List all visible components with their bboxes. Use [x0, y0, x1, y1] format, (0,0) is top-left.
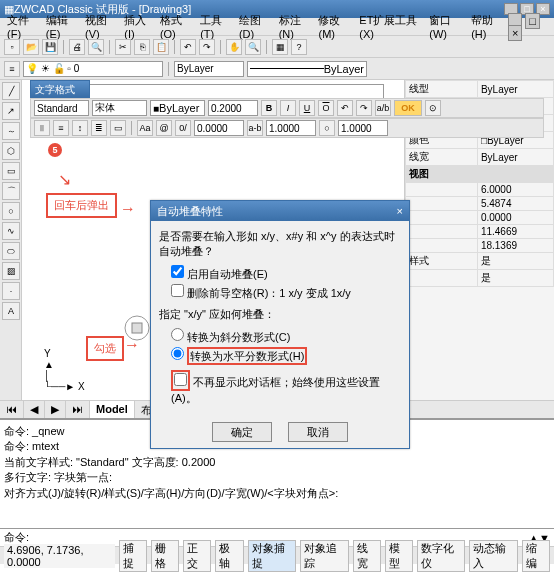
print-icon[interactable]: 🖨 [69, 39, 85, 55]
preview-icon[interactable]: 🔍 [88, 39, 104, 55]
ray-icon[interactable]: ↗ [2, 102, 20, 120]
hatch-icon[interactable]: ▨ [2, 262, 20, 280]
paste-icon[interactable]: 📋 [153, 39, 169, 55]
field-icon[interactable]: ▭ [110, 120, 126, 136]
layer-dropdown[interactable]: 💡 ☀ 🔓 ▫ 0 [23, 61, 163, 77]
undo2-icon[interactable]: ↶ [337, 100, 353, 116]
checkbox-dontshow[interactable]: 不再显示此对话框；始终使用这些设置(A)。 [171, 370, 401, 406]
italic-button[interactable]: I [280, 100, 296, 116]
doc-close[interactable]: × [508, 25, 522, 41]
status-polar[interactable]: 极轴 [215, 540, 243, 572]
linetype-dropdown[interactable]: ByLayer [247, 61, 367, 77]
menubar: 文件(F) 编辑(E) 视图(V) 插入(I) 格式(O) 工具(T) 绘图(D… [0, 18, 554, 36]
menu-view[interactable]: 视图(V) [82, 12, 119, 41]
coords-display: 4.6906, 7.1736, 0.0000 [4, 544, 115, 568]
status-otrack[interactable]: 对象追踪 [300, 540, 348, 572]
menu-window[interactable]: 窗口(W) [426, 12, 466, 41]
tracking-input[interactable]: 1.0000 [266, 120, 316, 136]
copy-icon[interactable]: ⎘ [134, 39, 150, 55]
checkbox-trim[interactable]: 删除前导空格(R)：1 x/y 变成 1x/y [171, 284, 401, 301]
save-icon[interactable]: 💾 [42, 39, 58, 55]
radio-diagonal[interactable]: 转换为斜分数形式(C) [171, 328, 401, 345]
linespacing-icon[interactable]: ↕ [72, 120, 88, 136]
nav-first-icon[interactable]: ⏮ [0, 401, 24, 418]
menu-dim[interactable]: 标注(N) [276, 12, 314, 41]
pline-icon[interactable]: ～ [2, 122, 20, 140]
color-dropdown[interactable]: ByLayer [174, 61, 244, 77]
ok-button[interactable]: OK [394, 100, 422, 116]
point-icon[interactable]: · [2, 282, 20, 300]
nav-prev-icon[interactable]: ◀ [24, 401, 45, 418]
circle-icon[interactable]: ○ [2, 202, 20, 220]
dialog-close-icon[interactable]: × [397, 205, 403, 217]
symbol-icon[interactable]: @ [156, 120, 172, 136]
uppercase-icon[interactable]: Aa [137, 120, 153, 136]
menu-file[interactable]: 文件(F) [4, 12, 41, 41]
ok-button[interactable]: 确定 [212, 422, 272, 442]
status-ortho[interactable]: 正交 [183, 540, 211, 572]
tab-model[interactable]: Model [90, 401, 135, 418]
properties-icon[interactable]: ▦ [272, 39, 288, 55]
menu-edit[interactable]: 编辑(E) [43, 12, 80, 41]
status-snap[interactable]: 捕捉 [119, 540, 147, 572]
arc-icon[interactable]: ⌒ [2, 182, 20, 200]
menu-insert[interactable]: 插入(I) [121, 12, 155, 41]
overline-button[interactable]: O [318, 100, 334, 116]
text-icon[interactable]: A [2, 302, 20, 320]
status-osnap[interactable]: 对象捕捉 [248, 540, 296, 572]
bold-button[interactable]: B [261, 100, 277, 116]
underline-button[interactable]: U [299, 100, 315, 116]
numbering-icon[interactable]: ≣ [91, 120, 107, 136]
dialog-question: 是否需要在输入形如 x/y、x#y 和 x^y 的表达式时自动堆叠？ [159, 229, 401, 259]
prop-label: 线型 [406, 81, 478, 98]
status-lwt[interactable]: 线宽 [353, 540, 381, 572]
menu-modify[interactable]: 修改(M) [315, 12, 354, 41]
ellipse-icon[interactable]: ⬭ [2, 242, 20, 260]
status-dyn[interactable]: 动态输入 [469, 540, 517, 572]
height-dropdown[interactable]: 0.2000 [208, 100, 258, 116]
status-model[interactable]: 模型 [385, 540, 413, 572]
open-icon[interactable]: 📂 [23, 39, 39, 55]
menu-format[interactable]: 格式(O) [157, 12, 195, 41]
status-grid[interactable]: 栅格 [151, 540, 179, 572]
spacing-input[interactable]: 0.0000 [194, 120, 244, 136]
prop-value[interactable]: ByLayer [477, 81, 553, 98]
layer-icon[interactable]: ≡ [4, 61, 20, 77]
status-tablet[interactable]: 数字化仪 [417, 540, 465, 572]
options-icon[interactable]: ⊙ [425, 100, 441, 116]
menu-draw[interactable]: 绘图(D) [236, 12, 274, 41]
style-dropdown[interactable]: Standard [34, 100, 89, 116]
undo-icon[interactable]: ↶ [180, 39, 196, 55]
help-icon[interactable]: ? [291, 39, 307, 55]
rect-icon[interactable]: ▭ [2, 162, 20, 180]
stack-icon[interactable]: a/b [375, 100, 391, 116]
menu-et[interactable]: ET扩展工具(X) [356, 12, 424, 41]
menu-help[interactable]: 帮助(H) [468, 12, 506, 41]
zoom-icon[interactable]: 🔍 [245, 39, 261, 55]
redo-icon[interactable]: ↷ [199, 39, 215, 55]
status-annoscale[interactable]: 缩编 [522, 540, 550, 572]
line-icon[interactable]: ╱ [2, 82, 20, 100]
checkbox-autostack[interactable]: 启用自动堆叠(E) [171, 265, 401, 282]
tracking-icon[interactable]: a-b [247, 120, 263, 136]
polygon-icon[interactable]: ⬡ [2, 142, 20, 160]
redo2-icon[interactable]: ↷ [356, 100, 372, 116]
font-dropdown[interactable]: 宋体 [92, 100, 147, 116]
spline-icon[interactable]: ∿ [2, 222, 20, 240]
dialog-question2: 指定 "x/y" 应如何堆叠： [159, 307, 401, 322]
radio-horizontal[interactable]: 转换为水平分数形式(H) [171, 347, 401, 364]
pan-icon[interactable]: ✋ [226, 39, 242, 55]
cut-icon[interactable]: ✂ [115, 39, 131, 55]
justify-icon[interactable]: ≡ [53, 120, 69, 136]
width-icon[interactable]: ○ [319, 120, 335, 136]
layer-color-dropdown[interactable]: ■ByLayer [150, 100, 205, 116]
width-input[interactable]: 1.0000 [338, 120, 388, 136]
cancel-button[interactable]: 取消 [288, 422, 348, 442]
oblique-icon[interactable]: 0/ [175, 120, 191, 136]
nav-last-icon[interactable]: ⏭ [66, 401, 90, 418]
new-icon[interactable]: ▫ [4, 39, 20, 55]
doc-maximize[interactable]: □ [525, 13, 540, 29]
columns-icon[interactable]: ⫴ [34, 120, 50, 136]
nav-next-icon[interactable]: ▶ [45, 401, 66, 418]
menu-tools[interactable]: 工具(T) [197, 12, 234, 41]
